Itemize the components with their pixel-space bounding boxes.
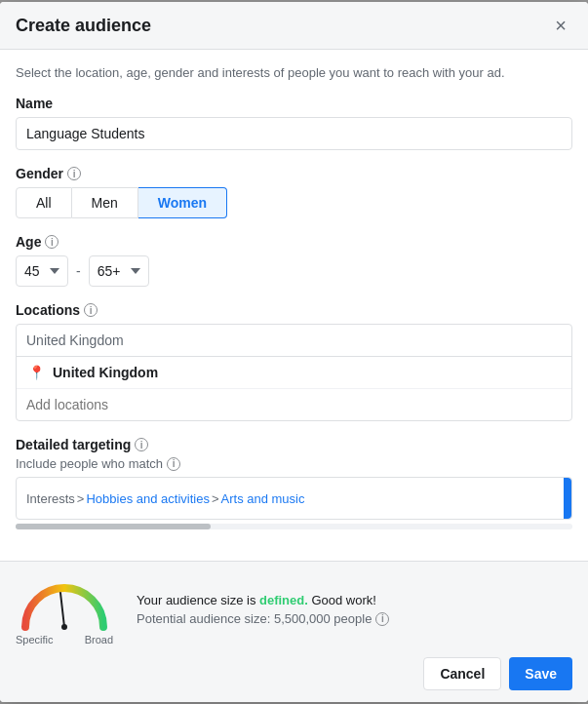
locations-label: Locations i — [16, 302, 572, 318]
audience-info: Your audience size is defined. Good work… — [137, 593, 572, 626]
breadcrumb-sep1: > — [77, 491, 85, 506]
create-audience-modal: Create audience × Select the location, a… — [0, 2, 588, 702]
modal-header: Create audience × — [0, 2, 588, 50]
scrollbar-thumb — [16, 524, 211, 529]
locations-section: Locations i 📍 United Kingdom — [16, 302, 572, 421]
location-item: 📍 United Kingdom — [17, 357, 571, 389]
name-label: Name — [16, 96, 572, 111]
location-search-row — [17, 325, 571, 357]
age-dash: - — [76, 263, 81, 279]
gender-all-button[interactable]: All — [16, 187, 72, 218]
detailed-targeting-info-icon: i — [135, 438, 148, 451]
modal-title: Create audience — [16, 16, 151, 36]
breadcrumb-arts: Arts and music — [221, 491, 305, 506]
age-row: 13182125 35455565 - 18212535 45556565+ — [16, 255, 572, 287]
audience-meter-row: Specific Broad Your audience size is def… — [16, 573, 572, 645]
gender-info-icon: i — [67, 167, 81, 180]
close-button[interactable]: × — [549, 14, 572, 37]
footer-buttons: Cancel Save — [16, 657, 572, 690]
breadcrumb-hobbies: Hobbies and activities — [86, 491, 209, 506]
targeting-box[interactable]: Interests > Hobbies and activities > Art… — [16, 477, 572, 520]
include-label: Include people who match i — [16, 456, 572, 471]
audience-size-text: Your audience size is defined. Good work… — [137, 593, 572, 607]
defined-word: defined. — [259, 593, 308, 607]
detailed-targeting-section: Detailed targeting i Include people who … — [16, 437, 572, 529]
locations-info-icon: i — [84, 303, 98, 317]
cancel-button[interactable]: Cancel — [423, 657, 501, 690]
age-label: Age i — [16, 234, 572, 250]
age-info-icon: i — [45, 235, 59, 249]
targeting-tag: Interests > Hobbies and activities > Art… — [26, 491, 305, 506]
potential-audience-text: Potential audience size: 5,500,000 peopl… — [137, 611, 572, 626]
modal-footer: Specific Broad Your audience size is def… — [0, 561, 588, 702]
name-section: Name — [16, 96, 572, 150]
gender-button-group: All Men Women — [16, 187, 572, 218]
modal-body: Select the location, age, gender and int… — [0, 50, 588, 561]
svg-point-1 — [61, 624, 67, 630]
gender-label: Gender i — [16, 166, 572, 181]
age-section: Age i 13182125 35455565 - 18212535 45556… — [16, 234, 572, 287]
gender-women-button[interactable]: Women — [138, 187, 227, 218]
age-min-select[interactable]: 13182125 35455565 — [16, 255, 68, 287]
pin-icon: 📍 — [28, 365, 45, 380]
gender-section: Gender i All Men Women — [16, 166, 572, 218]
svg-line-0 — [60, 593, 64, 627]
name-input[interactable] — [16, 117, 572, 150]
gauge-container: Specific Broad — [16, 573, 113, 645]
specific-label: Specific — [16, 634, 54, 645]
subtitle: Select the location, age, gender and int… — [16, 65, 572, 80]
add-location-input[interactable] — [26, 397, 562, 412]
potential-info-icon: i — [375, 612, 389, 626]
location-name: United Kingdom — [53, 365, 158, 380]
broad-label: Broad — [85, 634, 113, 645]
detailed-targeting-header: Detailed targeting i — [16, 437, 572, 452]
location-search-input[interactable] — [26, 332, 562, 348]
age-max-select[interactable]: 18212535 45556565+ — [89, 255, 149, 287]
add-location-row — [17, 389, 571, 420]
breadcrumb-sep2: > — [212, 491, 219, 506]
scroll-indicator — [564, 478, 571, 519]
save-button[interactable]: Save — [509, 657, 572, 690]
gauge-labels: Specific Broad — [16, 634, 113, 645]
include-info-icon: i — [167, 457, 180, 471]
scrollbar-area — [16, 524, 572, 529]
gauge-svg — [16, 573, 113, 632]
audience-text-prefix: Your audience size is — [137, 593, 259, 607]
gender-men-button[interactable]: Men — [72, 187, 138, 218]
breadcrumb-interests: Interests — [26, 491, 75, 506]
location-box: 📍 United Kingdom — [16, 324, 572, 421]
audience-text-suffix: Good work! — [308, 593, 376, 607]
